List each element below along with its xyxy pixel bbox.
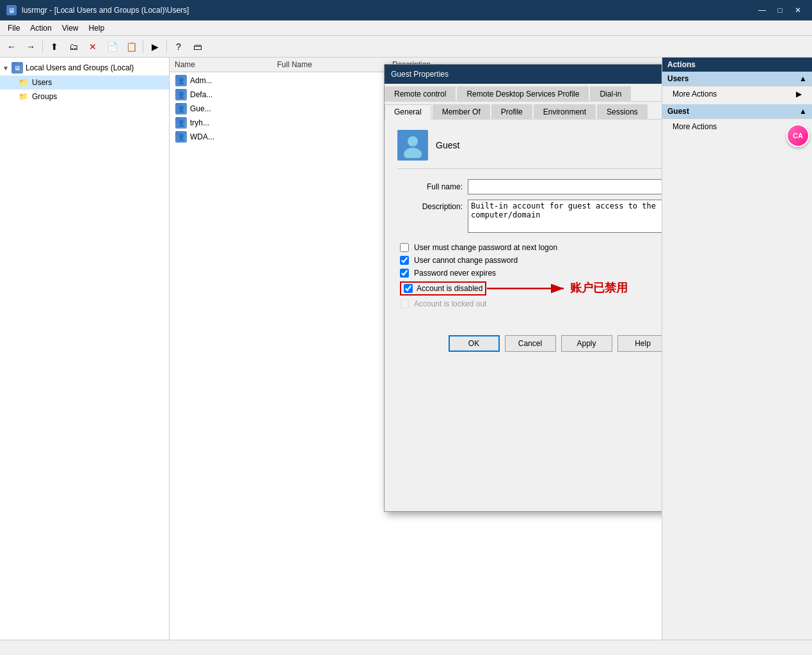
toolbar-delete[interactable]: ✕ [84,38,102,56]
cb-locked-label[interactable]: Account is locked out [414,299,486,308]
tab-member-of[interactable]: Member Of [433,104,490,120]
guest-more-actions[interactable]: More Actions ▶ CA [662,119,812,134]
toolbar-help[interactable]: ? [170,38,187,56]
cb-never-expires-row: Password never expires [397,269,662,278]
toolbar: ← → ⬆ 🗂 ✕ 📄 📋 ▶ ? 🗃 [0,36,812,58]
row-name: Adm... [190,76,267,85]
users-folder-icon: 📁 [18,77,28,88]
upper-tab-row: Remote control Remote Desktop Services P… [385,84,662,102]
cb-change-password[interactable] [400,243,409,252]
ca-avatar: CA [786,124,809,147]
cb-disabled-row: Account is disabled 账户已禁用 [397,281,662,296]
users-section-header[interactable]: Users ▲ [662,72,812,86]
apply-button[interactable]: Apply [561,335,612,352]
col-name: Name [175,60,277,69]
tab-environment[interactable]: Environment [534,104,596,120]
checkboxes-section: User must change password at next logon … [397,243,662,308]
sidebar-users-label: Users [32,78,52,87]
sidebar-groups-label: Groups [32,92,57,101]
users-more-actions[interactable]: More Actions ▶ [662,86,812,102]
users-section-label: Users [667,74,689,83]
right-panel: Actions Users ▲ More Actions ▶ Guest ▲ M… [662,58,812,640]
user-display: Guest [397,130,662,169]
toolbar-view[interactable]: 🗃 [189,38,207,56]
user-avatar [397,130,428,161]
cb-disabled-highlight: Account is disabled [400,281,486,296]
users-more-actions-label: More Actions [673,90,717,99]
dialog-title: Guest Properties [391,70,449,79]
description-input[interactable]: Built-in account for guest access to the… [468,200,662,233]
description-row: Description: Built-in account for guest … [397,200,662,233]
menu-bar: File Action View Help [0,20,812,36]
user-icon: 👤 [175,103,187,114]
maximize-button[interactable]: □ [772,4,788,17]
row-name: Defa... [190,90,267,99]
row-name: Gue... [190,104,267,113]
cb-cannot-change-row: User cannot change password [397,256,662,265]
guest-section-arrow: ▲ [799,107,807,116]
title-bar-controls: — □ ✕ [754,4,806,17]
sidebar: ▼ 🖥 Local Users and Groups (Local) 📁 Use… [0,58,170,640]
row-name: tryh... [190,118,267,127]
toolbar-show-hide[interactable]: 🗂 [65,38,83,56]
cb-locked[interactable] [400,299,409,308]
menu-action[interactable]: Action [25,22,56,34]
cb-never-expires-label[interactable]: Password never expires [414,269,496,278]
root-label: Local Users and Groups (Local) [26,63,134,72]
title-bar: 🖥 lusrmgr - [Local Users and Groups (Loc… [0,0,812,20]
guest-properties-dialog: Guest Properties ? ✕ Remote control Remo… [384,64,662,512]
cancel-button[interactable]: Cancel [505,335,556,352]
toolbar-copy[interactable]: 📋 [122,38,140,56]
dialog-buttons: OK Cancel Apply Help [385,328,662,359]
help-button[interactable]: Help [617,335,662,352]
fullname-label: Full name: [397,182,468,191]
cb-never-expires[interactable] [400,269,409,278]
tab-profile[interactable]: Profile [491,104,532,120]
cb-locked-row: Account is locked out [397,299,662,308]
toolbar-up[interactable]: ⬆ [45,38,63,56]
user-icon: 👤 [175,89,187,100]
tab-general[interactable]: General [385,104,431,120]
users-more-actions-arrow: ▶ [796,90,802,99]
main-area: ▼ 🖥 Local Users and Groups (Local) 📁 Use… [0,58,812,640]
menu-file[interactable]: File [3,22,25,34]
annotation-text: 账户已禁用 [570,280,628,296]
cb-cannot-change[interactable] [400,256,409,265]
user-name-label: Guest [436,140,459,150]
fullname-input[interactable] [468,179,662,194]
minimize-button[interactable]: — [754,4,770,17]
toolbar-forward[interactable]: → [22,38,40,56]
tab-remote-control[interactable]: Remote control [385,86,456,102]
center-area: Name Full Name Description 👤 Adm... 👤 De… [170,58,662,640]
cb-disabled[interactable] [404,284,413,293]
cb-cannot-change-label[interactable]: User cannot change password [414,256,518,265]
close-button[interactable]: ✕ [790,4,806,17]
tab-remote-desktop[interactable]: Remote Desktop Services Profile [457,86,589,102]
toolbar-sep3 [166,40,167,53]
guest-more-actions-label: More Actions [673,122,717,131]
sidebar-root[interactable]: ▼ 🖥 Local Users and Groups (Local) [0,60,169,75]
expand-icon: ▼ [3,65,9,72]
sidebar-item-groups[interactable]: 📁 Groups [0,90,169,104]
toolbar-back[interactable]: ← [3,38,20,56]
row-name: WDA... [190,132,267,141]
guest-section-header[interactable]: Guest ▲ [662,104,812,119]
cb-change-password-label[interactable]: User must change password at next logon [414,243,557,252]
tab-dial-in[interactable]: Dial-in [590,86,631,102]
toolbar-properties[interactable]: 📄 [103,38,121,56]
dialog-title-bar: Guest Properties ? ✕ [385,65,662,84]
groups-folder-icon: 📁 [18,91,28,102]
toolbar-run[interactable]: ▶ [146,38,164,56]
ok-button[interactable]: OK [449,335,500,352]
users-section-arrow: ▲ [799,74,807,83]
menu-help[interactable]: Help [84,22,110,34]
cb-disabled-label[interactable]: Account is disabled [417,284,482,293]
menu-view[interactable]: View [57,22,84,34]
root-icon: 🖥 [12,62,23,74]
sidebar-item-users[interactable]: 📁 Users [0,75,169,90]
cb-change-password-row: User must change password at next logon [397,243,662,252]
status-bar [0,640,812,655]
lower-tab-row: General Member Of Profile Environment Se… [385,102,662,120]
tab-sessions[interactable]: Sessions [597,104,648,120]
title-bar-text: lusrmgr - [Local Users and Groups (Local… [22,6,189,15]
